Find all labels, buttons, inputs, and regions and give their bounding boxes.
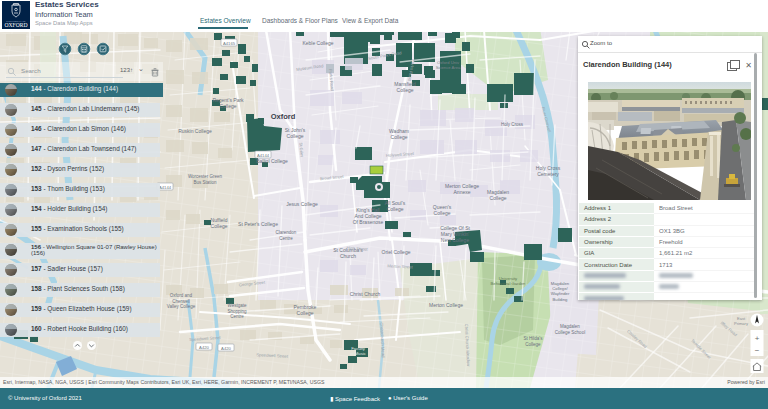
svg-text:College: College [297, 310, 314, 316]
svg-text:College: College [397, 87, 414, 93]
svg-text:Magdalen: Magdalen [560, 324, 580, 329]
svg-text:Oxford and: Oxford and [170, 293, 193, 298]
svg-text:Church: Church [340, 253, 356, 259]
svg-text:Balliol College: Balliol College [256, 158, 288, 164]
svg-text:−: − [755, 346, 760, 355]
svg-text:New College: New College [441, 237, 470, 243]
svg-text:College: College [220, 103, 237, 109]
svg-text:Science Area: Science Area [436, 65, 461, 70]
svg-text:A420: A420 [199, 345, 209, 350]
svg-text:A4144: A4144 [159, 185, 172, 190]
svg-text:Keble College: Keble College [302, 40, 333, 46]
svg-text:Cherwell: Cherwell [172, 299, 190, 304]
svg-text:St Peter's College: St Peter's College [238, 221, 278, 227]
svg-text:Centre: Centre [279, 236, 293, 241]
svg-text:Of Brasenose: Of Brasenose [353, 219, 384, 225]
svg-text:Shopping: Shopping [227, 309, 247, 314]
svg-text:A420: A420 [221, 346, 231, 351]
svg-text:+: + [755, 334, 760, 343]
svg-text:A4144: A4144 [257, 153, 270, 158]
svg-text:Oriel College: Oriel College [382, 249, 411, 255]
svg-text:A4165: A4165 [223, 41, 236, 46]
svg-text:Ruskin College: Ruskin College [178, 128, 212, 134]
svg-text:Cemetery: Cemetery [537, 171, 559, 177]
svg-text:College: College [211, 223, 228, 229]
svg-text:Jesus College: Jesus College [286, 201, 318, 207]
svg-text:Valley College: Valley College [167, 304, 196, 309]
svg-text:College School: College School [555, 330, 585, 335]
svg-text:St Hilda's: St Hilda's [524, 336, 544, 341]
svg-text:Bus Station: Bus Station [193, 180, 217, 185]
svg-text:Worcester Green: Worcester Green [188, 174, 223, 179]
svg-text:Holy Cross: Holy Cross [501, 122, 524, 127]
svg-text:Behavioral Garden: Behavioral Garden [491, 281, 527, 286]
svg-text:Westgate: Westgate [228, 303, 247, 308]
svg-text:College: College [287, 133, 304, 139]
svg-text:College: College [434, 210, 451, 216]
svg-text:Primary: Primary [734, 321, 748, 326]
svg-text:of Music: of Music [350, 351, 366, 356]
svg-text:Building: Building [553, 297, 569, 302]
svg-text:Christ Church: Christ Church [350, 291, 381, 297]
svg-text:College: College [525, 342, 541, 347]
svg-text:Merton College: Merton College [429, 302, 463, 308]
svg-text:College: College [387, 206, 404, 212]
svg-text:Clarendon: Clarendon [276, 230, 297, 235]
svg-text:OXFORD: OXFORD [4, 22, 27, 28]
svg-text:College: College [490, 195, 507, 201]
svg-text:Annexe: Annexe [454, 189, 471, 195]
svg-text:College: College [391, 134, 408, 140]
svg-text:Oxford: Oxford [271, 112, 296, 121]
svg-text:Centre: Centre [230, 314, 244, 319]
